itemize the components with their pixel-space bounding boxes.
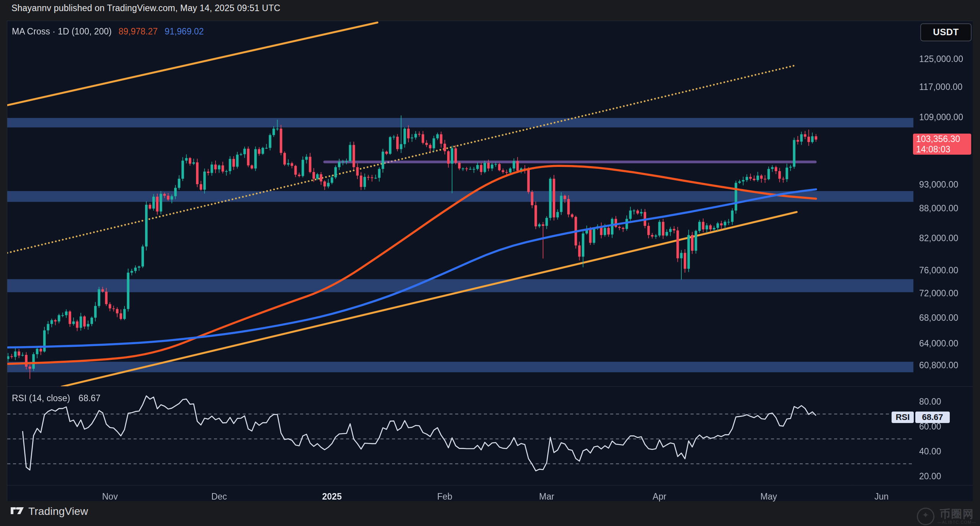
rsi-tag-pill: RSI	[892, 412, 914, 423]
currency-usdt-button[interactable]: USDT	[920, 23, 972, 41]
tradingview-logo-icon	[11, 507, 24, 516]
watermark-title: 币圈网	[939, 508, 974, 520]
rsi-legend: RSI (14, close) 68.67	[12, 393, 101, 403]
tradingview-brand-link[interactable]: TradingView	[11, 505, 88, 518]
main-legend: MA Cross · 1D (100, 200) 89,978.27 91,96…	[12, 26, 204, 37]
current-price-badge: 103,356.30 14:08:03	[913, 134, 971, 155]
rsi-title: RSI (14, close)	[12, 393, 70, 403]
ma-cross-title: MA Cross · 1D (100, 200)	[12, 26, 112, 37]
publish-header: Shayannv published on TradingView.com, M…	[11, 2, 280, 14]
rsi-value-pill: 68.67	[915, 412, 950, 423]
footer-bar: TradingView 币圈网 —ALIBTC.COM—	[0, 501, 980, 526]
price-chart-canvas[interactable]	[7, 21, 973, 501]
price-countdown: 14:08:03	[916, 144, 971, 155]
watermark-domain: —ALIBTC.COM—	[938, 520, 976, 524]
tradingview-snapshot: Shayannv published on TradingView.com, M…	[0, 0, 980, 526]
current-price-value: 103,356.30	[916, 134, 971, 144]
rsi-value: 68.67	[78, 393, 101, 403]
tradingview-wordmark: TradingView	[28, 505, 88, 518]
chart-card: MA Cross · 1D (100, 200) 89,978.27 91,96…	[7, 21, 972, 501]
watermark-logo-icon	[917, 508, 934, 525]
ma100-value: 89,978.27	[119, 26, 158, 37]
ma200-value: 91,969.02	[165, 26, 204, 37]
site-watermark: 币圈网 —ALIBTC.COM—	[917, 508, 976, 525]
